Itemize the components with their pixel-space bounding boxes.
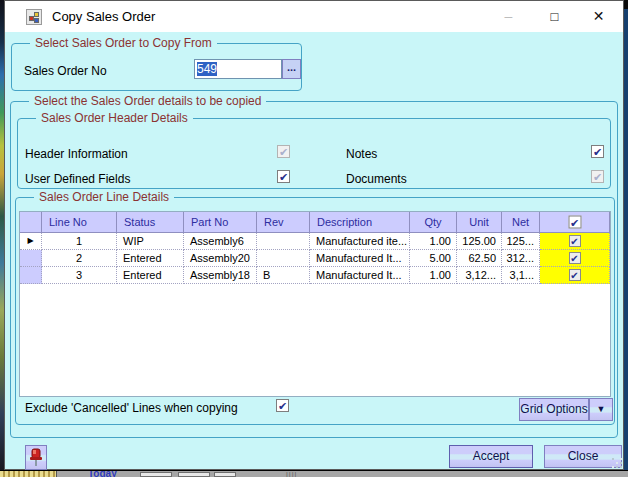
background-tick-fragment: |||| [286,471,297,477]
row-select-checkbox[interactable] [569,252,581,264]
documents-checkbox[interactable] [591,170,604,183]
grid-header-select-all[interactable] [540,212,610,233]
pushpin-icon [26,446,46,469]
cell-rev[interactable] [257,250,310,267]
table-row[interactable]: 2 Entered Assembly20 Manufactured It... … [20,250,610,267]
cell-description[interactable]: Manufactured It... [310,267,410,284]
current-row-icon[interactable]: ▶ [20,233,42,250]
documents-label: Documents [346,172,407,186]
exclude-cancelled-checkbox[interactable] [276,399,289,412]
cell-line-no[interactable]: 1 [42,233,117,250]
grid-header-description[interactable]: Description [310,212,410,233]
pin-button[interactable] [25,445,47,470]
window-title: Copy Sales Order [52,1,155,32]
notes-checkbox[interactable] [591,145,604,158]
close-icon[interactable]: ✕ [576,1,621,32]
grid-empty-area [20,284,610,376]
grid-header-qty[interactable]: Qty [410,212,457,233]
sales-order-lines-grid: Line No Status Part No Rev Description Q… [19,211,611,397]
sales-order-no-value: 549 [197,62,217,76]
minimize-button[interactable]: – [486,1,531,32]
row-select-checkbox[interactable] [569,235,581,247]
row-selector[interactable] [20,267,42,284]
cell-status[interactable]: Entered [117,267,184,284]
notes-label: Notes [346,147,377,161]
cell-part-no[interactable]: Assembly18 [184,267,257,284]
header-information-label: Header Information [25,147,128,161]
exclude-cancelled-label: Exclude 'Cancelled' Lines when copying [25,401,238,415]
cell-selected[interactable] [540,250,610,267]
background-taskbar-strip: Today |||| [0,470,628,477]
sales-order-no-input[interactable]: 549 [194,59,282,79]
select-all-checkbox[interactable] [568,216,581,229]
cell-line-no[interactable]: 2 [42,250,117,267]
grid-header-rev[interactable]: Rev [257,212,310,233]
grid-options-dropdown-icon[interactable]: ▼ [589,398,613,421]
cell-net[interactable]: 3,1... [502,267,540,284]
background-right-strip [624,0,628,470]
copy-from-group-title: Select Sales Order to Copy From [30,36,217,50]
grid-header-part-no[interactable]: Part No [184,212,257,233]
cell-description[interactable]: Manufactured ite... [310,233,410,250]
details-group-title: Select the Sales Order details to be cop… [29,94,266,108]
accept-button[interactable]: Accept [449,445,533,468]
maximize-button[interactable]: □ [532,1,577,32]
cell-unit[interactable]: 3,12... [457,267,502,284]
background-box-fragment [140,472,172,477]
cell-rev[interactable]: B [257,267,310,284]
grid-options-button[interactable]: Grid Options [519,398,589,421]
title-bar[interactable]: Copy Sales Order – □ ✕ [5,1,623,32]
cell-qty[interactable]: 1.00 [410,233,457,250]
cell-net[interactable]: 125... [502,233,540,250]
cell-status[interactable]: WIP [117,233,184,250]
line-details-group-title: Sales Order Line Details [34,190,174,204]
header-information-checkbox[interactable] [277,145,290,158]
header-details-group-title: Sales Order Header Details [36,111,193,125]
cell-unit[interactable]: 125.00 [457,233,502,250]
cell-part-no[interactable]: Assembly6 [184,233,257,250]
browse-button[interactable]: ... [282,59,301,79]
grid-header-net[interactable]: Net [502,212,540,233]
cell-selected[interactable] [540,233,610,250]
grid-header-unit[interactable]: Unit [457,212,502,233]
background-today-fragment: Today [88,470,138,477]
cell-qty[interactable]: 1.00 [410,267,457,284]
copy-sales-order-dialog: Copy Sales Order – □ ✕ Select Sales Orde… [4,0,624,470]
background-box-fragment [178,472,210,477]
sales-order-no-label: Sales Order No [24,64,107,78]
background-yellow-fragment [0,471,57,477]
resize-grip[interactable] [612,458,622,468]
cell-selected[interactable] [540,267,610,284]
table-row[interactable]: ▶ 1 WIP Assembly6 Manufactured ite... 1.… [20,233,610,250]
form-icon [26,9,42,25]
cell-status[interactable]: Entered [117,250,184,267]
row-selector[interactable] [20,250,42,267]
user-defined-fields-label: User Defined Fields [25,172,130,186]
screen: Today |||| Copy Sales Order – □ ✕ Select… [0,0,628,477]
grid-header-line-no[interactable]: Line No [42,212,117,233]
cell-line-no[interactable]: 3 [42,267,117,284]
user-defined-fields-checkbox[interactable] [277,170,290,183]
cell-net[interactable]: 312... [502,250,540,267]
cell-qty[interactable]: 5.00 [410,250,457,267]
cell-unit[interactable]: 62.50 [457,250,502,267]
cell-rev[interactable] [257,233,310,250]
cell-description[interactable]: Manufactured It... [310,250,410,267]
cell-part-no[interactable]: Assembly20 [184,250,257,267]
grid-header-row: Line No Status Part No Rev Description Q… [20,212,610,233]
grid-header-selector [20,212,42,233]
table-row[interactable]: 3 Entered Assembly18 B Manufactured It..… [20,267,610,284]
background-box-fragment [214,472,236,477]
grid-header-status[interactable]: Status [117,212,184,233]
close-button[interactable]: Close [544,445,622,468]
row-select-checkbox[interactable] [569,269,581,281]
